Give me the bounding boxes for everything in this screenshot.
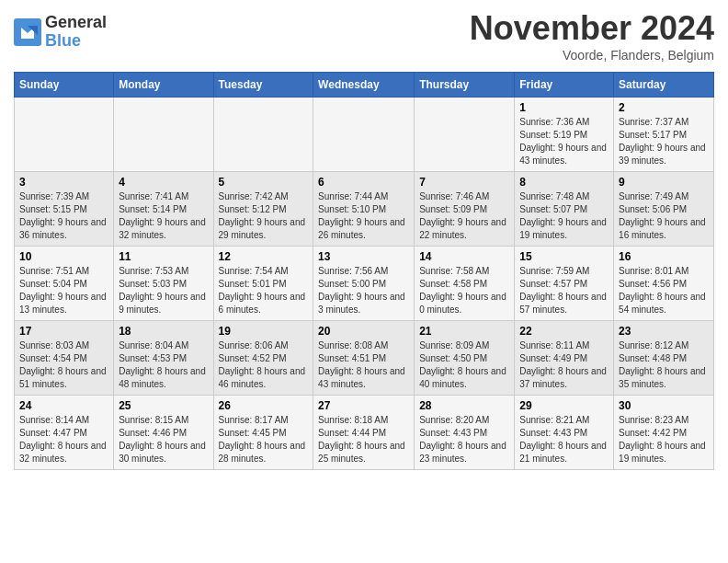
calendar-cell: 2Sunrise: 7:37 AM Sunset: 5:17 PM Daylig… [614,98,714,172]
calendar-cell: 29Sunrise: 8:21 AM Sunset: 4:43 PM Dayli… [515,396,614,470]
day-info: Sunrise: 7:51 AM Sunset: 5:04 PM Dayligh… [19,265,108,316]
day-info: Sunrise: 8:08 AM Sunset: 4:51 PM Dayligh… [318,339,409,391]
day-info: Sunrise: 8:21 AM Sunset: 4:43 PM Dayligh… [519,414,609,465]
day-number: 16 [619,250,709,263]
day-number: 3 [19,176,108,189]
location-text: Voorde, Flanders, Belgium [470,48,714,63]
day-of-week-header: Wednesday [313,73,415,98]
day-number: 7 [419,176,509,189]
calendar-cell: 8Sunrise: 7:48 AM Sunset: 5:07 PM Daylig… [515,172,614,247]
calendar-cell: 22Sunrise: 8:11 AM Sunset: 4:49 PM Dayli… [515,321,614,396]
calendar-cell: 28Sunrise: 8:20 AM Sunset: 4:43 PM Dayli… [415,396,515,470]
title-block: November 2024 Voorde, Flanders, Belgium [470,9,714,63]
day-number: 15 [519,250,609,263]
calendar-cell: 20Sunrise: 8:08 AM Sunset: 4:51 PM Dayli… [313,321,415,396]
day-number: 14 [419,250,509,263]
day-number: 12 [219,250,309,263]
calendar-week-row: 17Sunrise: 8:03 AM Sunset: 4:54 PM Dayli… [15,321,714,396]
page-header: General Blue November 2024 Voorde, Fland… [14,9,714,63]
calendar-cell [15,98,114,172]
day-number: 9 [619,176,709,189]
day-info: Sunrise: 7:42 AM Sunset: 5:12 PM Dayligh… [219,190,309,242]
calendar-cell [313,98,415,172]
calendar-cell: 13Sunrise: 7:56 AM Sunset: 5:00 PM Dayli… [313,247,415,321]
calendar-cell: 5Sunrise: 7:42 AM Sunset: 5:12 PM Daylig… [213,172,313,247]
day-info: Sunrise: 8:01 AM Sunset: 4:56 PM Dayligh… [619,265,709,316]
day-info: Sunrise: 8:17 AM Sunset: 4:45 PM Dayligh… [219,414,309,465]
calendar-cell: 16Sunrise: 8:01 AM Sunset: 4:56 PM Dayli… [614,247,714,321]
calendar-week-row: 1Sunrise: 7:36 AM Sunset: 5:19 PM Daylig… [15,98,714,172]
logo-blue-text: Blue [45,32,107,51]
logo-icon [14,18,41,46]
calendar-table: SundayMondayTuesdayWednesdayThursdayFrid… [14,72,714,470]
day-number: 13 [318,250,409,263]
calendar-cell: 10Sunrise: 7:51 AM Sunset: 5:04 PM Dayli… [15,247,114,321]
day-of-week-header: Thursday [415,73,515,98]
day-number: 18 [119,325,208,338]
day-info: Sunrise: 8:11 AM Sunset: 4:49 PM Dayligh… [519,339,609,391]
calendar-cell: 9Sunrise: 7:49 AM Sunset: 5:06 PM Daylig… [614,172,714,247]
calendar-cell: 7Sunrise: 7:46 AM Sunset: 5:09 PM Daylig… [415,172,515,247]
day-number: 25 [119,399,208,412]
day-number: 30 [619,399,709,412]
calendar-cell: 23Sunrise: 8:12 AM Sunset: 4:48 PM Dayli… [614,321,714,396]
day-info: Sunrise: 8:12 AM Sunset: 4:48 PM Dayligh… [619,339,709,391]
day-info: Sunrise: 8:09 AM Sunset: 4:50 PM Dayligh… [419,339,509,391]
logo-general-text: General [45,14,107,32]
day-info: Sunrise: 7:49 AM Sunset: 5:06 PM Dayligh… [619,190,709,242]
day-number: 19 [219,325,309,338]
calendar-cell: 12Sunrise: 7:54 AM Sunset: 5:01 PM Dayli… [213,247,313,321]
calendar-cell: 15Sunrise: 7:59 AM Sunset: 4:57 PM Dayli… [515,247,614,321]
day-info: Sunrise: 7:59 AM Sunset: 4:57 PM Dayligh… [519,265,609,316]
calendar-cell: 18Sunrise: 8:04 AM Sunset: 4:53 PM Dayli… [114,321,213,396]
day-number: 28 [419,399,509,412]
month-title: November 2024 [470,9,714,48]
calendar-cell [213,98,313,172]
calendar-cell: 17Sunrise: 8:03 AM Sunset: 4:54 PM Dayli… [15,321,114,396]
calendar-cell: 30Sunrise: 8:23 AM Sunset: 4:42 PM Dayli… [614,396,714,470]
day-info: Sunrise: 7:41 AM Sunset: 5:14 PM Dayligh… [119,190,208,242]
day-number: 17 [19,325,108,338]
calendar-cell: 26Sunrise: 8:17 AM Sunset: 4:45 PM Dayli… [213,396,313,470]
day-info: Sunrise: 8:06 AM Sunset: 4:52 PM Dayligh… [219,339,309,391]
day-number: 22 [519,325,609,338]
calendar-cell: 4Sunrise: 7:41 AM Sunset: 5:14 PM Daylig… [114,172,213,247]
logo-text: General Blue [45,14,107,51]
logo: General Blue [14,14,107,51]
calendar-cell [114,98,213,172]
calendar-week-row: 24Sunrise: 8:14 AM Sunset: 4:47 PM Dayli… [15,396,714,470]
calendar-cell: 24Sunrise: 8:14 AM Sunset: 4:47 PM Dayli… [15,396,114,470]
day-number: 6 [318,176,409,189]
day-info: Sunrise: 8:18 AM Sunset: 4:44 PM Dayligh… [318,414,409,465]
day-info: Sunrise: 8:04 AM Sunset: 4:53 PM Dayligh… [119,339,208,391]
day-number: 4 [119,176,208,189]
day-of-week-header: Saturday [614,73,714,98]
day-number: 21 [419,325,509,338]
calendar-cell: 25Sunrise: 8:15 AM Sunset: 4:46 PM Dayli… [114,396,213,470]
day-info: Sunrise: 7:54 AM Sunset: 5:01 PM Dayligh… [219,265,309,316]
day-info: Sunrise: 7:48 AM Sunset: 5:07 PM Dayligh… [519,190,609,242]
day-number: 20 [318,325,409,338]
calendar-cell: 6Sunrise: 7:44 AM Sunset: 5:10 PM Daylig… [313,172,415,247]
calendar-week-row: 3Sunrise: 7:39 AM Sunset: 5:15 PM Daylig… [15,172,714,247]
calendar-cell: 14Sunrise: 7:58 AM Sunset: 4:58 PM Dayli… [415,247,515,321]
day-of-week-header: Sunday [15,73,114,98]
day-number: 2 [619,101,709,114]
day-number: 29 [519,399,609,412]
day-number: 11 [119,250,208,263]
day-number: 27 [318,399,409,412]
calendar-cell: 11Sunrise: 7:53 AM Sunset: 5:03 PM Dayli… [114,247,213,321]
day-info: Sunrise: 7:44 AM Sunset: 5:10 PM Dayligh… [318,190,409,242]
day-info: Sunrise: 8:23 AM Sunset: 4:42 PM Dayligh… [619,414,709,465]
day-info: Sunrise: 8:15 AM Sunset: 4:46 PM Dayligh… [119,414,208,465]
day-info: Sunrise: 8:03 AM Sunset: 4:54 PM Dayligh… [19,339,108,391]
calendar-week-row: 10Sunrise: 7:51 AM Sunset: 5:04 PM Dayli… [15,247,714,321]
day-of-week-header: Friday [515,73,614,98]
day-info: Sunrise: 7:53 AM Sunset: 5:03 PM Dayligh… [119,265,208,316]
day-of-week-header: Tuesday [213,73,313,98]
calendar-header-row: SundayMondayTuesdayWednesdayThursdayFrid… [15,73,714,98]
day-number: 5 [219,176,309,189]
day-number: 23 [619,325,709,338]
day-number: 8 [519,176,609,189]
day-info: Sunrise: 8:20 AM Sunset: 4:43 PM Dayligh… [419,414,509,465]
